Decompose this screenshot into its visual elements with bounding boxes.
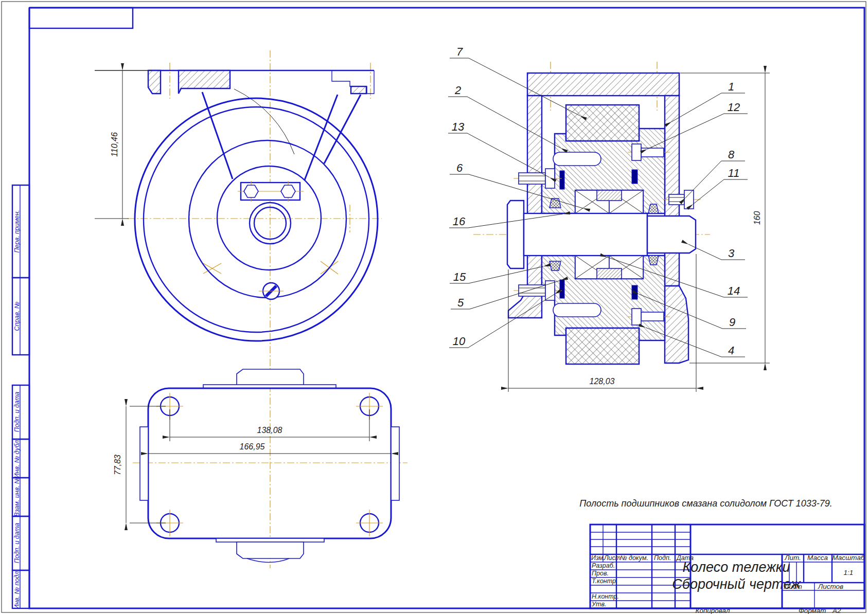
- sheets-label: Листов: [818, 583, 843, 590]
- plate-section-right: [351, 86, 366, 94]
- dim-text: 166,95: [240, 442, 265, 451]
- hub-slot-lower: [553, 303, 601, 317]
- dim-front-height: 110,46: [95, 70, 152, 219]
- stamp-perv-primen: Перв. примен.: [13, 210, 21, 252]
- side-stamp-cell: Взам. инв. №: [12, 477, 29, 517]
- col-podp: Подп.: [654, 554, 671, 562]
- side-stamp-cell: Инв. № подл.: [12, 569, 29, 609]
- side-stamp-cell: Подп. и дата: [12, 516, 29, 570]
- format-label: Формат: [799, 607, 826, 614]
- axle-left-cap: [507, 201, 524, 268]
- dim-text: 77,83: [113, 455, 122, 475]
- left-tab: [140, 427, 148, 500]
- title-line1: Колесо тележки: [682, 559, 790, 575]
- drawing-frame: [29, 8, 864, 608]
- hub-circle: [217, 166, 321, 270]
- row-tkontr: Т.контр.: [592, 577, 617, 585]
- callout-number: 12: [728, 101, 740, 114]
- side-stamp-cell: Перв. примен.: [12, 185, 29, 278]
- axle-right-end: [647, 216, 696, 253]
- hex-bolt-right: [281, 185, 295, 197]
- fork-right-wall: [665, 96, 679, 286]
- mass-label: Масса: [807, 554, 828, 562]
- stamp-sprav-no: Справ. №: [13, 301, 21, 331]
- side-stamp-cell: Инв. № дубл.: [12, 439, 29, 478]
- lit-label: Лит.: [784, 554, 801, 562]
- row-prov: Пров.: [592, 570, 609, 577]
- bearing-lower: [575, 256, 643, 279]
- bottom-step: [216, 538, 324, 542]
- bearing-upper: [575, 190, 643, 213]
- callout-number: 16: [453, 215, 466, 228]
- plate-section-left: [148, 70, 161, 94]
- format-value: А2: [832, 607, 841, 614]
- stamp-inv-dubl: Инв. № дубл.: [13, 439, 21, 478]
- fork-leg-right-outer: [324, 95, 361, 164]
- stamp-podp-data-1: Подп. и дата: [13, 392, 21, 432]
- callout-number: 3: [728, 247, 735, 260]
- callout-number: 1: [728, 80, 734, 93]
- section-view: [473, 62, 710, 364]
- col-izm: Изм.: [591, 554, 605, 562]
- col-list: Лист: [604, 554, 621, 562]
- tire-section-top: [566, 105, 639, 141]
- row-utv: Утв.: [591, 601, 606, 608]
- packing-seal: [550, 261, 561, 270]
- dim-bolt-spacing: 138,08: [170, 409, 369, 441]
- copied-label: Копировал: [695, 607, 730, 614]
- dim-hole-rows: 77,83: [113, 406, 166, 523]
- top-boss: [237, 369, 304, 387]
- row-nkontr: Н.контр.: [592, 593, 619, 600]
- dim-plate-width: 166,95: [148, 442, 391, 454]
- fork-top-slab: [527, 73, 679, 96]
- callout-number: 6: [456, 161, 463, 174]
- callout-number: 2: [454, 84, 461, 97]
- callout-number: 13: [452, 120, 465, 133]
- row-razrab: Разраб.: [592, 562, 615, 569]
- side-stamp-cell: Справ. №: [12, 278, 29, 355]
- corner-stamp-box: [29, 8, 133, 28]
- callout-number: 8: [728, 148, 735, 161]
- hole-crosshairs: [156, 393, 383, 536]
- callout-number: 9: [729, 316, 735, 329]
- stamp-podp-data-2: Подп. и дата: [13, 523, 21, 563]
- stamp-inv-podl: Инв. № подл.: [13, 569, 21, 609]
- col-doc: № докум.: [620, 554, 648, 562]
- callout-number: 7: [456, 45, 463, 58]
- callout-number: 5: [457, 296, 464, 309]
- lubrication-note: Полость подшипников смазана солидолом ГО…: [579, 498, 832, 509]
- right-tab: [391, 427, 399, 500]
- seal-strip: [632, 170, 637, 184]
- drawing-sheet: Перв. примен. Справ. № Подп. и дата Инв.…: [0, 0, 868, 614]
- side-stamp-cell: Подп. и дата: [12, 385, 29, 439]
- axle-shaft: [524, 213, 647, 256]
- title-block: Изм. Лист № докум. Подп. Дата Разраб. Пр…: [590, 525, 865, 608]
- fork-left-wall: [527, 96, 542, 286]
- dim-text: 138,08: [257, 426, 282, 435]
- stamp-vzam-inv: Взам. инв. №: [13, 477, 21, 517]
- seal-strip: [632, 285, 637, 299]
- fork-right-foot: [665, 286, 688, 363]
- plate-section-mid: [179, 70, 230, 94]
- front-view: [95, 50, 382, 568]
- scale-value: 1:1: [844, 569, 854, 576]
- side-stamps: Перв. примен. Справ. № Подп. и дата Инв.…: [12, 185, 29, 609]
- hex-bolt-left: [244, 185, 258, 197]
- bottom-cap-arc: [247, 558, 289, 563]
- dim-text: 160: [753, 211, 761, 225]
- callout-number: 10: [453, 335, 466, 348]
- base-plate: [148, 388, 391, 538]
- hub-slot-upper: [553, 152, 601, 166]
- callout-number: 11: [728, 167, 740, 179]
- tire-section-bottom: [566, 328, 639, 364]
- scale-label: Масштаб: [832, 554, 864, 562]
- packing-seal: [648, 204, 659, 213]
- callout-number: 14: [728, 284, 740, 297]
- rim-circle: [189, 140, 346, 298]
- seal-strip: [560, 171, 564, 189]
- sheet-label: Лист: [784, 583, 802, 590]
- dim-text: 128,03: [590, 377, 615, 386]
- tire-outer-circle: [135, 98, 378, 341]
- callout-number: 4: [728, 344, 734, 357]
- callout-number: 15: [453, 270, 466, 283]
